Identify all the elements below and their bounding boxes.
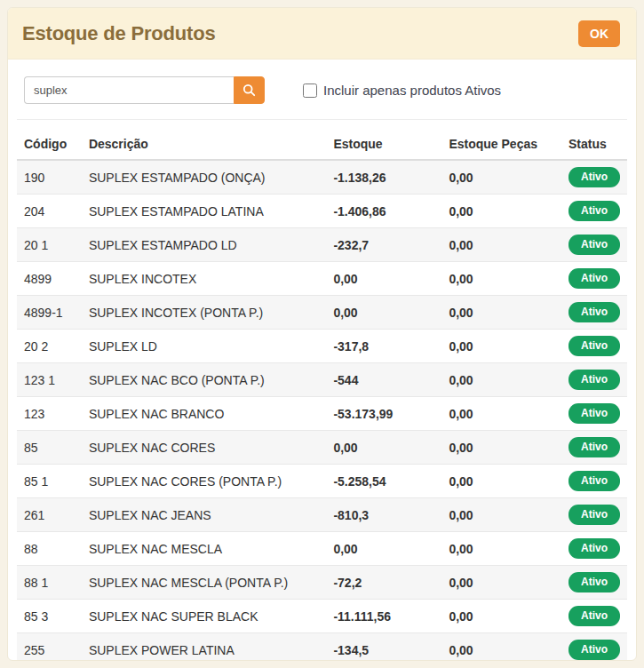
cell-estoque: 0,00 — [326, 262, 441, 296]
table-row[interactable]: 88 1 SUPLEX NAC MESCLA (PONTA P.) -72,2 … — [17, 566, 627, 600]
table-row[interactable]: 261 SUPLEX NAC JEANS -810,3 0,00 Ativo — [17, 498, 627, 532]
status-badge: Ativo — [568, 437, 620, 457]
table-row[interactable]: 255 SUPLEX POWER LATINA -134,5 0,00 Ativ… — [17, 633, 627, 662]
ativos-filter: Incluir apenas produtos Ativos — [303, 83, 501, 98]
search-input-group — [24, 76, 265, 104]
table-row[interactable]: 4899-1 SUPLEX INCOTEX (PONTA P.) 0,00 0,… — [17, 296, 627, 330]
table-row[interactable]: 85 SUPLEX NAC CORES 0,00 0,00 Ativo — [17, 431, 627, 465]
cell-status: Ativo — [561, 498, 627, 532]
cell-codigo: 204 — [17, 195, 82, 228]
col-header-codigo: Código — [17, 131, 82, 160]
cell-estoque: -544 — [326, 363, 441, 397]
cell-status: Ativo — [561, 633, 627, 662]
cell-descricao: SUPLEX NAC MESCLA (PONTA P.) — [82, 566, 327, 600]
table-row[interactable]: 123 1 SUPLEX NAC BCO (PONTA P.) -544 0,0… — [17, 363, 627, 397]
cell-descricao: SUPLEX INCOTEX (PONTA P.) — [82, 296, 327, 330]
table-row[interactable]: 88 SUPLEX NAC MESCLA 0,00 0,00 Ativo — [17, 532, 627, 566]
table-row[interactable]: 20 1 SUPLEX ESTAMPADO LD -232,7 0,00 Ati… — [17, 228, 627, 262]
cell-status: Ativo — [561, 228, 627, 262]
cell-status: Ativo — [561, 600, 627, 633]
table-row[interactable]: 123 SUPLEX NAC BRANCO -53.173,99 0,00 At… — [17, 397, 627, 431]
ativos-checkbox-label: Incluir apenas produtos Ativos — [323, 83, 501, 98]
cell-estoque-pecas: 0,00 — [441, 600, 561, 633]
cell-estoque: -317,8 — [326, 330, 441, 363]
cell-descricao: SUPLEX NAC SUPER BLACK — [82, 600, 327, 633]
cell-estoque-pecas: 0,00 — [441, 228, 561, 262]
search-icon — [242, 84, 256, 97]
cell-codigo: 123 — [17, 397, 82, 431]
cell-status: Ativo — [561, 397, 627, 431]
cell-codigo: 20 1 — [17, 228, 82, 262]
ok-button[interactable]: OK — [578, 20, 620, 47]
cell-status: Ativo — [561, 195, 627, 228]
cell-status: Ativo — [561, 465, 627, 498]
table-row[interactable]: 85 1 SUPLEX NAC CORES (PONTA P.) -5.258,… — [17, 465, 627, 498]
cell-descricao: SUPLEX NAC CORES — [82, 431, 327, 465]
cell-descricao: SUPLEX POWER LATINA — [82, 633, 327, 662]
status-badge: Ativo — [568, 302, 620, 322]
cell-status: Ativo — [561, 160, 627, 195]
cell-estoque-pecas: 0,00 — [441, 195, 561, 228]
cell-estoque: -810,3 — [326, 498, 441, 532]
col-header-estoque-pecas: Estoque Peças — [441, 131, 561, 160]
cell-estoque-pecas: 0,00 — [441, 262, 561, 296]
cell-codigo: 85 1 — [17, 465, 82, 498]
search-section: Incluir apenas produtos Ativos — [17, 60, 627, 120]
cell-codigo: 85 — [17, 431, 82, 465]
status-badge: Ativo — [568, 235, 620, 255]
cell-descricao: SUPLEX NAC BCO (PONTA P.) — [82, 363, 327, 397]
cell-estoque: -1.138,26 — [326, 160, 441, 195]
cell-estoque-pecas: 0,00 — [441, 363, 561, 397]
status-badge: Ativo — [568, 201, 620, 221]
cell-status: Ativo — [561, 296, 627, 330]
panel-header: Estoque de Produtos OK — [8, 8, 636, 60]
cell-estoque: 0,00 — [326, 532, 441, 566]
status-badge: Ativo — [568, 268, 620, 289]
cell-codigo: 88 1 — [17, 566, 82, 600]
cell-estoque: 0,00 — [326, 431, 441, 465]
cell-descricao: SUPLEX ESTAMPADO LATINA — [82, 195, 327, 228]
cell-estoque: -1.406,86 — [326, 195, 441, 228]
cell-estoque: 0,00 — [326, 296, 441, 330]
status-badge: Ativo — [568, 403, 620, 424]
cell-estoque-pecas: 0,00 — [441, 633, 561, 662]
cell-estoque: -72,2 — [326, 566, 441, 600]
cell-descricao: SUPLEX NAC JEANS — [82, 498, 327, 532]
table-row[interactable]: 4899 SUPLEX INCOTEX 0,00 0,00 Ativo — [17, 262, 627, 296]
cell-descricao: SUPLEX LD — [82, 330, 327, 363]
cell-estoque-pecas: 0,00 — [441, 160, 561, 195]
status-badge: Ativo — [568, 370, 620, 390]
table-row[interactable]: 20 2 SUPLEX LD -317,8 0,00 Ativo — [17, 330, 627, 363]
cell-codigo: 20 2 — [17, 330, 82, 363]
table-row[interactable]: 85 3 SUPLEX NAC SUPER BLACK -11.111,56 0… — [17, 600, 627, 633]
table-row[interactable]: 190 SUPLEX ESTAMPADO (ONÇA) -1.138,26 0,… — [17, 160, 627, 195]
cell-estoque: -11.111,56 — [326, 600, 441, 633]
table-row[interactable]: 204 SUPLEX ESTAMPADO LATINA -1.406,86 0,… — [17, 195, 627, 228]
cell-codigo: 85 3 — [17, 600, 82, 633]
cell-descricao: SUPLEX NAC CORES (PONTA P.) — [82, 465, 327, 498]
cell-estoque-pecas: 0,00 — [441, 330, 561, 363]
status-badge: Ativo — [568, 640, 620, 660]
cell-estoque-pecas: 0,00 — [441, 465, 561, 498]
cell-codigo: 4899-1 — [17, 296, 82, 330]
cell-estoque: -53.173,99 — [326, 397, 441, 431]
search-button[interactable] — [234, 76, 265, 104]
cell-codigo: 190 — [17, 160, 82, 195]
cell-estoque: -5.258,54 — [326, 465, 441, 498]
col-header-estoque: Estoque — [326, 131, 441, 160]
cell-estoque-pecas: 0,00 — [441, 296, 561, 330]
cell-descricao: SUPLEX NAC MESCLA — [82, 532, 327, 566]
cell-codigo: 261 — [17, 498, 82, 532]
cell-codigo: 4899 — [17, 262, 82, 296]
status-badge: Ativo — [568, 336, 620, 356]
cell-estoque: -134,5 — [326, 633, 441, 662]
cell-status: Ativo — [561, 262, 627, 296]
cell-estoque-pecas: 0,00 — [441, 397, 561, 431]
cell-descricao: SUPLEX NAC BRANCO — [82, 397, 327, 431]
status-badge: Ativo — [568, 572, 620, 592]
status-badge: Ativo — [568, 471, 620, 491]
ativos-checkbox[interactable] — [303, 84, 317, 98]
search-input[interactable] — [24, 76, 234, 104]
page-title: Estoque de Produtos — [22, 22, 215, 45]
status-badge: Ativo — [568, 167, 620, 187]
